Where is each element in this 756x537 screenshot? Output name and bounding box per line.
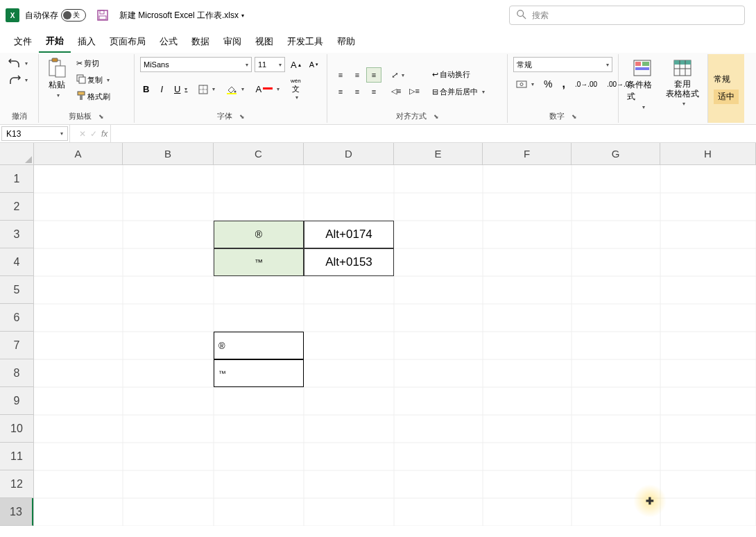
- undo-label: 撤消: [6, 110, 33, 123]
- increase-font-button[interactable]: A▴: [288, 58, 304, 71]
- col-header-F[interactable]: F: [483, 143, 572, 164]
- formula-bar: K13▾ ✕ ✓ fx: [0, 125, 756, 143]
- table-format-button[interactable]: 套用 表格格式▾: [663, 57, 702, 108]
- svg-rect-20: [635, 62, 641, 66]
- scissors-icon: ✂: [76, 59, 83, 68]
- increase-decimal-button[interactable]: .0→.00: [572, 79, 600, 90]
- font-name-select[interactable]: MiSans▾: [140, 57, 252, 72]
- align-left-button[interactable]: ≡: [333, 84, 348, 99]
- orientation-button[interactable]: ⤢▾: [388, 69, 422, 81]
- cut-button[interactable]: ✂剪切: [74, 57, 113, 70]
- dialog-launcher-icon[interactable]: ⬊: [239, 113, 245, 120]
- save-icon[interactable]: [97, 10, 108, 21]
- align-center-button[interactable]: ≡: [350, 84, 365, 99]
- percent-button[interactable]: %: [541, 77, 555, 91]
- border-button[interactable]: ▾: [196, 83, 218, 96]
- dialog-launcher-icon[interactable]: ⬊: [98, 113, 104, 120]
- redo-button[interactable]: ▾: [6, 74, 31, 86]
- row-header-4[interactable]: 4: [0, 248, 33, 276]
- filename[interactable]: 新建 Microsoft Excel 工作表.xlsx: [119, 10, 239, 22]
- row-header-13[interactable]: 13: [0, 498, 33, 526]
- font-color-button[interactable]: A▾: [252, 83, 282, 96]
- title-bar: X 自动保存 关 新建 Microsoft Excel 工作表.xlsx ▾ 搜…: [0, 0, 756, 31]
- menu-file[interactable]: 文件: [7, 31, 39, 52]
- col-header-H[interactable]: H: [660, 143, 756, 164]
- cell-D4[interactable]: Alt+0153: [304, 248, 394, 276]
- toggle-switch[interactable]: 关: [61, 9, 86, 22]
- conditional-format-button[interactable]: 条件格式▾: [624, 57, 660, 112]
- col-header-B[interactable]: B: [123, 143, 214, 164]
- decrease-font-button[interactable]: A▾: [307, 59, 321, 70]
- cell-D3[interactable]: Alt+0174: [304, 221, 394, 248]
- font-size-select[interactable]: 11▾: [255, 57, 285, 72]
- undo-button[interactable]: ▾: [6, 57, 31, 69]
- row-header-11[interactable]: 11: [0, 443, 33, 470]
- cell-C7[interactable]: ®: [214, 332, 304, 359]
- menu-page-layout[interactable]: 页面布局: [103, 31, 153, 52]
- search-input[interactable]: 搜索: [509, 6, 745, 25]
- fx-icon[interactable]: fx: [101, 129, 108, 139]
- col-header-C[interactable]: C: [214, 143, 304, 164]
- cell-C4[interactable]: ™: [214, 248, 304, 276]
- phonetic-button[interactable]: wén文▾: [288, 76, 304, 102]
- name-box[interactable]: K13▾: [1, 126, 68, 141]
- merge-center-button[interactable]: ⊟合并后居中▾: [429, 85, 488, 99]
- currency-button[interactable]: ▾: [513, 78, 537, 90]
- row-header-10[interactable]: 10: [0, 415, 33, 443]
- autosave-toggle[interactable]: 自动保存 关: [25, 9, 86, 22]
- cells-area[interactable]: ® Alt+0174 ™ Alt+0153 ® ™ ✚: [34, 165, 756, 526]
- svg-point-18: [520, 83, 523, 86]
- number-format-select[interactable]: 常规▾: [513, 57, 612, 72]
- decrease-indent-button[interactable]: ◁≡: [388, 85, 404, 97]
- wrap-text-button[interactable]: ↩自动换行: [429, 68, 488, 81]
- dialog-launcher-icon[interactable]: ⬊: [572, 113, 577, 120]
- row-header-9[interactable]: 9: [0, 387, 33, 415]
- italic-button[interactable]: I: [157, 83, 166, 96]
- fill-color-button[interactable]: ▾: [223, 83, 247, 96]
- row-header-12[interactable]: 12: [0, 470, 33, 498]
- menu-review[interactable]: 审阅: [216, 31, 248, 52]
- align-top-button[interactable]: ≡: [333, 67, 348, 83]
- copy-button[interactable]: 复制▾: [74, 73, 113, 87]
- comma-button[interactable]: ,: [559, 76, 567, 92]
- row-header-3[interactable]: 3: [0, 221, 33, 248]
- menu-view[interactable]: 视图: [248, 31, 280, 52]
- paste-button[interactable]: 粘贴 ▾: [44, 57, 69, 100]
- menu-formulas[interactable]: 公式: [153, 31, 184, 52]
- dialog-launcher-icon[interactable]: ⬊: [433, 113, 439, 120]
- column-headers: A B C D E F G H: [34, 143, 756, 165]
- row-header-8[interactable]: 8: [0, 359, 33, 387]
- row-header-2[interactable]: 2: [0, 193, 33, 221]
- menu-developer[interactable]: 开发工具: [280, 31, 330, 52]
- menu-home[interactable]: 开始: [39, 31, 71, 53]
- align-bottom-button[interactable]: ≡: [366, 67, 381, 83]
- font-label: 字体: [217, 111, 232, 121]
- select-all-corner[interactable]: [0, 143, 34, 165]
- increase-indent-button[interactable]: ▷≡: [406, 85, 422, 97]
- table-format-icon: [673, 58, 692, 78]
- filename-dropdown-icon[interactable]: ▾: [241, 12, 244, 19]
- align-middle-button[interactable]: ≡: [350, 67, 365, 83]
- row-header-1[interactable]: 1: [0, 165, 33, 193]
- merge-icon: ⊟: [432, 87, 438, 96]
- cell-C3[interactable]: ®: [214, 221, 304, 248]
- format-painter-button[interactable]: 格式刷: [74, 90, 113, 103]
- style-normal[interactable]: 常规: [714, 74, 739, 85]
- style-good[interactable]: 适中: [714, 90, 739, 104]
- col-header-E[interactable]: E: [394, 143, 483, 164]
- col-header-D[interactable]: D: [304, 143, 394, 164]
- bold-button[interactable]: B: [140, 83, 152, 96]
- col-header-A[interactable]: A: [34, 143, 123, 164]
- row-header-7[interactable]: 7: [0, 332, 33, 359]
- underline-button[interactable]: U▾: [171, 83, 190, 96]
- row-header-5[interactable]: 5: [0, 276, 33, 304]
- menu-insert[interactable]: 插入: [71, 31, 103, 52]
- col-header-G[interactable]: G: [572, 143, 660, 164]
- svg-rect-7: [55, 66, 65, 77]
- formula-input[interactable]: [111, 125, 756, 142]
- align-right-button[interactable]: ≡: [366, 84, 381, 99]
- cell-C8[interactable]: ™: [214, 359, 304, 387]
- row-header-6[interactable]: 6: [0, 304, 33, 332]
- menu-data[interactable]: 数据: [184, 31, 216, 52]
- menu-help[interactable]: 帮助: [330, 31, 362, 52]
